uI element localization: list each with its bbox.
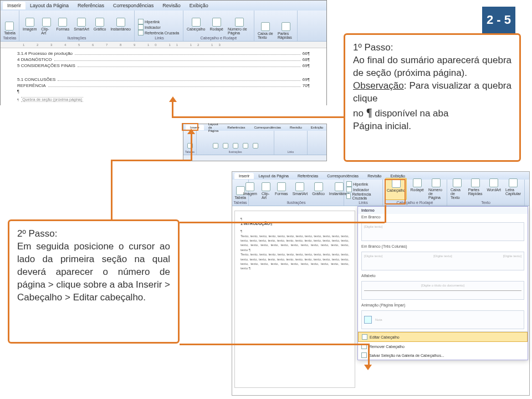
menu-label: Salvar Seleção na Galeria de Cabeçalhos.… (369, 354, 444, 357)
group-label-links: Links (155, 35, 163, 40)
tab-referencias[interactable]: Referências (293, 173, 323, 179)
toc-right: 69¶ (303, 77, 310, 82)
menu-editar-cabecalho[interactable]: Editar Cabeçalho (358, 332, 528, 342)
crossref-icon (346, 193, 351, 199)
obs-underline: Observação (353, 80, 404, 91)
icon (243, 143, 248, 149)
gallery-item-label-embranco3: Em Branco (Três Colunas) (358, 243, 528, 249)
btn-numero-pagina[interactable]: Número de Página (427, 178, 444, 200)
edit-icon (362, 334, 367, 340)
toc-right: 66¶ (303, 51, 310, 56)
btn-rodape[interactable]: Rodapé (409, 178, 425, 200)
tab-referencias[interactable]: Referências (223, 125, 249, 130)
toc-line: 4 DIAGNÓSTICO68¶ (17, 57, 310, 63)
b[interactable] (242, 142, 249, 150)
pilcrow-icon: ¶ (241, 229, 349, 233)
toc-line: 3.1.4 Processo de produção66¶ (17, 50, 310, 57)
tab-layout[interactable]: Layout da Página (25, 2, 73, 9)
arrow-head-icon (364, 365, 372, 370)
lbl: Indicador (145, 25, 161, 29)
ribbon-group-texto: Caixa de Texto Partes Rápidas WordArt Le… (447, 180, 525, 206)
btn-imagem[interactable]: Imagem (22, 17, 38, 35)
tab-inserir[interactable]: Inserir (234, 173, 254, 179)
tab-exibicao[interactable]: Exibição (185, 2, 213, 9)
icon (233, 143, 238, 149)
lbl: Número de Página (428, 188, 443, 200)
gallery-footer: Editar Cabeçalho Remover Cabeçalho Salva… (358, 331, 528, 360)
quickparts-icon (282, 22, 290, 31)
btn-clipart[interactable]: Clip-Art (40, 17, 53, 35)
btn-grafico[interactable]: Gráfico (93, 17, 108, 35)
gallery-item-anim[interactable]: Nota (361, 310, 524, 329)
image-icon (245, 182, 254, 191)
header-icon (192, 18, 201, 27)
btn-letra-capitular[interactable]: Letra Capitular (504, 178, 522, 200)
txt: no (353, 108, 366, 119)
btn-grafico[interactable]: Gráfico (311, 182, 326, 200)
b[interactable] (222, 142, 229, 150)
menu-salvar-selecao[interactable]: Salvar Seleção na Galeria de Cabeçalhos.… (358, 351, 528, 360)
btn-clipart[interactable]: Clip-Art (260, 182, 272, 200)
btn-partes-rapidas[interactable]: Partes Rápidas (467, 178, 484, 200)
screenshot-icon (335, 182, 344, 191)
btn-tabela[interactable] (186, 142, 194, 150)
gallery-item-label-embranco: Em Branco (358, 214, 528, 220)
btn-imagem[interactable]: Imagem (242, 182, 258, 200)
word-ribbon-top-screenshot: Inserir Layout da Página Referências Cor… (0, 0, 327, 105)
btn-refcruzada[interactable]: Referência Cruzada (138, 30, 179, 35)
callout-body-line: Observação: Para visualizar a quebra cli… (353, 80, 511, 105)
btn-hiperlink[interactable]: Hiperlink (346, 181, 368, 187)
btn-formas[interactable]: Formas (55, 17, 70, 35)
lbl: Links (288, 150, 294, 154)
group-label-cabecalhorodape: Cabeçalho e Rodapé (201, 35, 237, 40)
btn-cabecalho[interactable]: Cabeçalho (186, 17, 206, 35)
btn-caixa-texto[interactable]: Caixa de Texto (257, 22, 274, 40)
btn-smartart[interactable]: SmartArt (291, 182, 309, 200)
lbl: Ilustrações (287, 200, 306, 204)
toc-dots (75, 51, 300, 55)
lbl: Instantâneo (110, 27, 131, 31)
tab-correspondencias[interactable]: Correspondências (249, 125, 285, 130)
lbl: Rodapé (410, 188, 424, 192)
tab-inserir[interactable]: Inserir (3, 2, 25, 9)
gallery-item-alfabeto[interactable]: [Digite o título do documento] (361, 281, 524, 300)
btn-formas[interactable]: Formas (274, 182, 289, 200)
menu-remover-cabecalho[interactable]: Remover Cabeçalho (358, 342, 528, 351)
btn-caixa-texto[interactable]: Caixa de Texto (449, 178, 465, 200)
btn-refcruzada[interactable]: Referência Cruzada (346, 192, 380, 200)
section-break-text: Quebra de seção (próxima página) (21, 97, 83, 102)
tab-layout[interactable]: Layout da Página (254, 173, 293, 179)
gallery-section-interno: Interno (358, 207, 528, 214)
b[interactable] (232, 142, 239, 150)
tab-exibicao[interactable]: Exibição (306, 125, 328, 130)
word-ribbon-bottom-screenshot: Inserir Layout da Página Referências Cor… (232, 171, 530, 396)
lbl: Caixa de Texto (258, 32, 273, 39)
gallery-item-embranco3[interactable]: [Digite texto] [Digite texto] [Digite te… (361, 252, 524, 270)
lbl: Caixa de Texto (451, 188, 464, 200)
btn-indicador[interactable]: Indicador (346, 187, 369, 192)
btn-wordart[interactable]: WordArt (485, 178, 502, 200)
tab-referencias[interactable]: Referências (73, 2, 109, 9)
btn-hiperlink[interactable]: Hiperlink (138, 19, 160, 24)
btn-numero-pagina[interactable]: Número de Página (227, 17, 252, 35)
btn-indicador[interactable]: Indicador (138, 24, 161, 30)
callout-title: 2º Passo: (17, 228, 170, 241)
b[interactable] (212, 142, 219, 150)
gallery-item-embranco[interactable]: [Digite texto] (361, 222, 524, 241)
tab-revisao[interactable]: Revisão (285, 125, 306, 130)
lbl: Tabelas (233, 200, 247, 204)
btn-rodape[interactable]: Rodapé (208, 17, 224, 35)
tab-revisao[interactable]: Revisão (158, 2, 185, 9)
thumbnail-icon (364, 316, 372, 324)
lbl: SmartArt (293, 192, 308, 196)
tab-revisao[interactable]: Revisão (363, 173, 386, 179)
tab-correspondencias[interactable]: Correspondências (323, 173, 363, 179)
toc-left: REFERÊNCIA (17, 83, 46, 88)
b[interactable] (252, 142, 259, 150)
btn-partes-rapidas[interactable]: Partes Rápidas (277, 22, 295, 40)
lbl: Imagem (243, 192, 257, 196)
btn-tabela[interactable]: Tabela (3, 21, 17, 35)
btn-smartart[interactable]: SmartArt (73, 17, 90, 35)
tab-correspondencias[interactable]: Correspondências (109, 2, 158, 9)
btn-instantaneo[interactable]: Instantâneo (109, 17, 132, 35)
